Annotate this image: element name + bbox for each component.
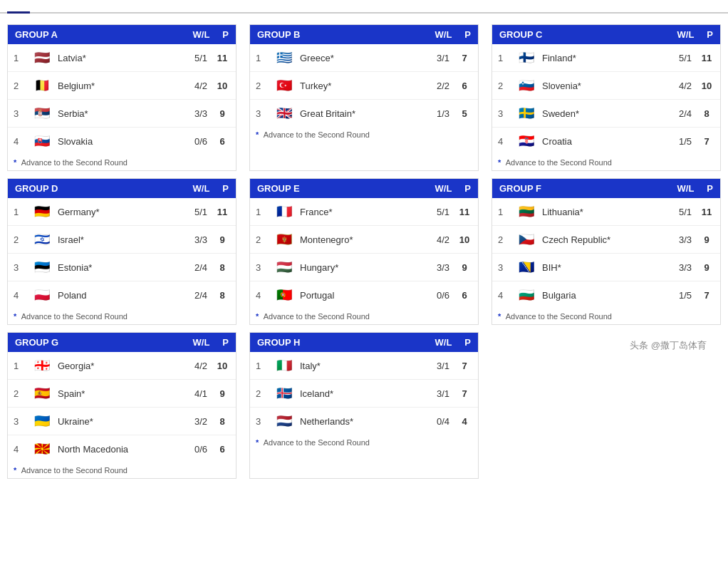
wl-value: 1/5 (672, 136, 699, 147)
asterisk: * (498, 312, 501, 321)
group-name: GROUP C (499, 29, 542, 40)
wl-value: 5/1 (672, 207, 699, 217)
wl-value: 5/1 (187, 207, 214, 217)
wl-value: 4/1 (187, 388, 214, 399)
table-row: 2 🇮🇸 Iceland* 3/1 7 (250, 380, 478, 408)
pts-value: 6 (457, 81, 472, 91)
pts-value: 7 (457, 388, 472, 399)
team-name: Slovenia* (542, 81, 672, 91)
wl-header: W/L (193, 183, 210, 194)
p-header: P (464, 337, 471, 348)
flag-icon: 🇧🇪 (32, 76, 52, 95)
table-row: 3 🇬🇧 Great Britain* 1/3 5 (250, 100, 478, 127)
team-name: France* (300, 207, 430, 217)
group-block-group-a: GROUP A W/L P 1 🇱🇻 Latvia* 5/1 11 2 🇧🇪 B… (7, 24, 236, 171)
team-name: Germany* (58, 207, 187, 217)
wl-value: 1/5 (672, 290, 699, 301)
advance-note: * Advance to the Second Round (492, 309, 720, 324)
flag-icon: 🇸🇮 (516, 76, 536, 95)
group-block-group-d: GROUP D W/L P 1 🇩🇪 Germany* 5/1 11 2 🇮🇱 … (7, 178, 236, 325)
p-header: P (707, 29, 713, 40)
pts-value: 8 (214, 416, 230, 427)
rank: 3 (14, 108, 26, 119)
pts-value: 7 (699, 136, 714, 147)
wl-header: W/L (435, 337, 452, 348)
group-header: GROUP B W/L P (250, 25, 478, 44)
advance-note: * Advance to the Second Round (8, 462, 236, 478)
group-table: 1 🇬🇷 Greece* 3/1 7 2 🇹🇷 Turkey* 2/2 6 3 … (250, 44, 478, 127)
team-name: Netherlands* (300, 416, 430, 427)
groups-row-3: GROUP G W/L P 1 🇬🇪 Georgia* 4/2 10 2 🇪🇸 … (0, 332, 728, 486)
group-header: GROUP D W/L P (8, 179, 236, 198)
tab-2nd-round[interactable] (30, 0, 53, 14)
rank: 4 (14, 444, 26, 455)
rank: 1 (14, 361, 26, 371)
table-row: 4 🇭🇷 Croatia 1/5 7 (492, 128, 720, 155)
wl-value: 3/3 (430, 262, 457, 273)
group-block-group-g: GROUP G W/L P 1 🇬🇪 Georgia* 4/2 10 2 🇪🇸 … (7, 332, 236, 479)
team-name: Montenegro* (300, 234, 430, 245)
group-name: GROUP B (257, 29, 300, 40)
table-row: 2 🇮🇱 Israel* 3/3 9 (8, 226, 236, 254)
team-name: Portugal (300, 290, 430, 301)
group-header: GROUP E W/L P (250, 179, 478, 198)
flag-icon: 🇧🇦 (516, 257, 536, 277)
asterisk: * (498, 158, 501, 167)
flag-icon: 🇱🇹 (516, 202, 536, 222)
team-name: Ukraine* (58, 416, 187, 427)
p-header: P (222, 29, 229, 40)
rank: 4 (256, 290, 269, 301)
flag-icon: 🇫🇷 (274, 202, 294, 222)
pts-value: 9 (214, 388, 230, 399)
flag-icon: 🇮🇹 (274, 356, 294, 376)
table-row: 3 🇺🇦 Ukraine* 3/2 8 (8, 408, 236, 435)
pts-value: 10 (214, 361, 230, 371)
tab-1st-round[interactable] (7, 0, 30, 14)
group-name: GROUP A (15, 29, 58, 40)
flag-icon: 🇫🇮 (516, 48, 536, 68)
wl-header: W/L (193, 29, 210, 40)
pts-value: 7 (457, 53, 472, 63)
wl-header: W/L (435, 29, 452, 40)
team-name: Hungary* (300, 262, 430, 273)
table-row: 4 🇵🇱 Poland 2/4 8 (8, 281, 236, 309)
flag-icon: 🇬🇪 (32, 356, 52, 376)
rank: 2 (256, 81, 269, 91)
table-row: 2 🇹🇷 Turkey* 2/2 6 (250, 72, 478, 100)
table-row: 2 🇧🇪 Belgium* 4/2 10 (8, 72, 236, 100)
rank: 2 (498, 81, 511, 91)
rank: 3 (256, 108, 269, 119)
rank: 1 (256, 361, 269, 371)
pts-value: 6 (214, 136, 230, 147)
table-row: 3 🇸🇪 Sweden* 2/4 8 (492, 100, 720, 128)
table-row: 1 🇮🇹 Italy* 3/1 7 (250, 352, 478, 380)
watermark: 头条 @撒丁岛体育 (492, 332, 721, 359)
advance-note: * Advance to the Second Round (8, 155, 236, 170)
flag-icon: 🇱🇻 (32, 48, 52, 68)
tabs-bar (0, 0, 728, 14)
wl-value: 0/4 (430, 416, 457, 427)
wl-header: W/L (193, 337, 210, 348)
pts-value: 9 (457, 262, 472, 273)
advance-note: * Advance to the Second Round (250, 435, 478, 450)
table-row: 1 🇬🇪 Georgia* 4/2 10 (8, 352, 236, 380)
group-header: GROUP A W/L P (8, 25, 236, 44)
pts-value: 8 (214, 262, 230, 273)
rank: 2 (256, 234, 269, 245)
wl-value: 3/3 (187, 108, 214, 119)
pts-value: 11 (457, 207, 472, 217)
asterisk: * (14, 466, 16, 475)
rank: 3 (498, 108, 511, 119)
rank: 4 (498, 136, 511, 147)
table-row: 2 🇨🇿 Czech Republic* 3/3 9 (492, 226, 720, 254)
team-name: Great Britain* (300, 108, 430, 119)
team-name: Spain* (58, 388, 187, 399)
team-name: Israel* (58, 234, 187, 245)
p-header: P (464, 183, 471, 194)
rank: 2 (498, 234, 511, 245)
team-name: Latvia* (58, 53, 187, 63)
table-row: 4 🇸🇰 Slovakia 0/6 6 (8, 128, 236, 155)
flag-icon: 🇲🇰 (32, 439, 52, 459)
empty-cell: 头条 @撒丁岛体育 (492, 332, 721, 479)
rank: 2 (14, 234, 26, 245)
